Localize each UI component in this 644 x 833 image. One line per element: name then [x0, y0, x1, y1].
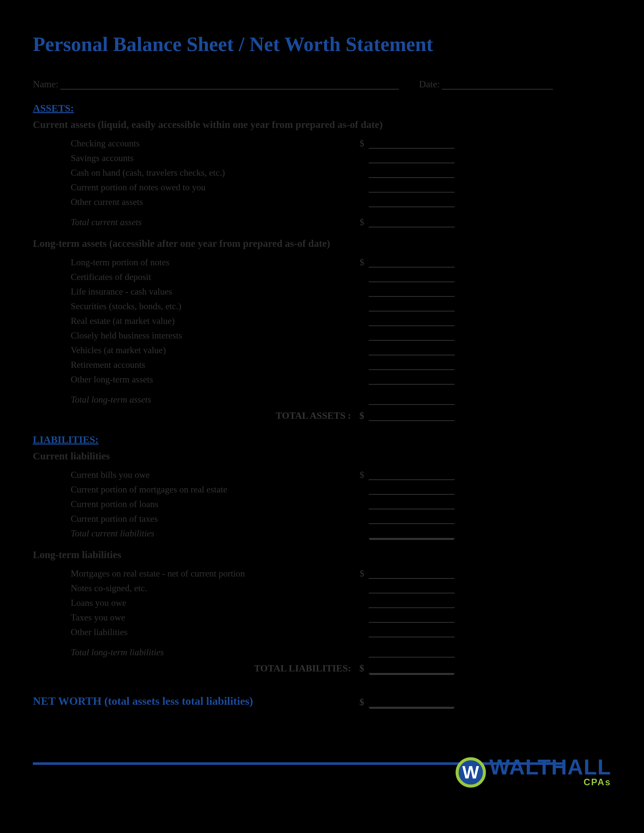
- dollar-sign: $: [351, 138, 369, 149]
- logo: W WALTHALL CPAs: [456, 757, 612, 788]
- line-item: Other liabilities: [33, 623, 611, 637]
- line-item: Current portion of notes owed to you: [33, 178, 611, 193]
- header-row: Name: Date:: [33, 79, 611, 90]
- amount-field[interactable]: [369, 500, 455, 510]
- line-item: Cash on hand (cash, travelers checks, et…: [33, 163, 611, 178]
- line-item: Other long-term assets: [33, 370, 611, 385]
- dollar-sign: $: [351, 568, 369, 579]
- longterm-liabilities-heading: Long-term liabilities: [33, 549, 611, 561]
- amount-field[interactable]: [369, 570, 455, 579]
- line-item: Loans you owe: [33, 593, 611, 608]
- total-liabilities-row: TOTAL LIABILITIES: $: [33, 658, 611, 674]
- name-field[interactable]: [60, 80, 399, 90]
- longterm-assets-heading: Long-term assets (accessible after one y…: [33, 238, 611, 249]
- line-item: Vehicles (at market value): [33, 341, 611, 355]
- line-item: Taxes you owe: [33, 608, 611, 623]
- net-worth-row: NET WORTH (total assets less total liabi…: [33, 691, 611, 708]
- amount-field[interactable]: [369, 218, 455, 227]
- amount-field[interactable]: [369, 628, 455, 637]
- line-item: Securities (stocks, bonds, etc.): [33, 297, 611, 312]
- assets-heading: ASSETS:: [33, 102, 611, 114]
- amount-field[interactable]: [369, 486, 455, 495]
- amount-field[interactable]: [369, 183, 455, 193]
- line-item: Current portion of mortgages on real est…: [33, 480, 611, 495]
- dollar-sign: $: [351, 696, 369, 708]
- page-title: Personal Balance Sheet / Net Worth State…: [33, 33, 611, 56]
- amount-field[interactable]: [369, 346, 455, 355]
- line-item: Retirement accounts: [33, 355, 611, 370]
- amount-field[interactable]: [369, 154, 455, 163]
- amount-field[interactable]: [369, 529, 455, 539]
- line-item: Current portion of taxes: [33, 510, 611, 524]
- dollar-sign: $: [351, 257, 369, 268]
- line-item: Long-term portion of notes$: [33, 253, 611, 268]
- amount-field[interactable]: [369, 471, 455, 480]
- amount-field[interactable]: [369, 698, 455, 708]
- amount-field[interactable]: [369, 259, 455, 268]
- line-item: Life insurance - cash values: [33, 282, 611, 297]
- line-item: Real estate (at market value): [33, 312, 611, 326]
- dollar-sign: $: [351, 470, 369, 480]
- amount-field[interactable]: [369, 317, 455, 326]
- liabilities-heading: LIABILITIES:: [33, 434, 611, 445]
- amount-field[interactable]: [369, 140, 455, 149]
- line-item: Mortgages on real estate - net of curren…: [33, 564, 611, 579]
- amount-field[interactable]: [369, 288, 455, 297]
- logo-subtext: CPAs: [584, 777, 611, 788]
- line-item: Closely held business interests: [33, 326, 611, 341]
- logo-text: WALTHALL: [489, 757, 612, 777]
- line-item: Certificates of deposit: [33, 268, 611, 282]
- amount-field[interactable]: [369, 376, 455, 385]
- dollar-sign: $: [351, 410, 369, 421]
- amount-field[interactable]: [369, 599, 455, 608]
- line-item: Current portion of loans: [33, 495, 611, 510]
- current-liabilities-heading: Current liabilities: [33, 450, 611, 462]
- amount-field[interactable]: [369, 396, 455, 405]
- logo-mark-icon: W: [456, 757, 486, 788]
- date-field[interactable]: [442, 80, 553, 90]
- amount-field[interactable]: [369, 332, 455, 341]
- amount-field[interactable]: [369, 302, 455, 312]
- amount-field[interactable]: [369, 614, 455, 623]
- amount-field[interactable]: [369, 664, 455, 674]
- amount-field[interactable]: [369, 198, 455, 207]
- amount-field[interactable]: [369, 361, 455, 370]
- line-item: Notes co-signed, etc.: [33, 579, 611, 593]
- amount-field[interactable]: [369, 169, 455, 178]
- dollar-sign: $: [351, 663, 369, 674]
- total-assets-row: TOTAL ASSETS : $: [33, 405, 611, 421]
- line-item: Savings accounts: [33, 149, 611, 163]
- name-label: Name:: [33, 79, 58, 90]
- dollar-sign: $: [351, 217, 369, 227]
- subtotal-row: Total current liabilities: [33, 524, 611, 539]
- amount-field[interactable]: [369, 273, 455, 282]
- line-item: Checking accounts$: [33, 134, 611, 149]
- amount-field[interactable]: [369, 648, 455, 658]
- amount-field[interactable]: [369, 515, 455, 524]
- amount-field[interactable]: [369, 412, 455, 421]
- date-label: Date:: [419, 79, 440, 90]
- subtotal-row: Total long-term liabilities: [33, 643, 611, 658]
- line-item: Other current assets: [33, 193, 611, 207]
- subtotal-row: Total current assets$: [33, 213, 611, 227]
- amount-field[interactable]: [369, 584, 455, 593]
- line-item: Current bills you owe$: [33, 465, 611, 480]
- current-assets-heading: Current assets (liquid, easily accessibl…: [33, 119, 611, 130]
- subtotal-row: Total long-term assets: [33, 390, 611, 405]
